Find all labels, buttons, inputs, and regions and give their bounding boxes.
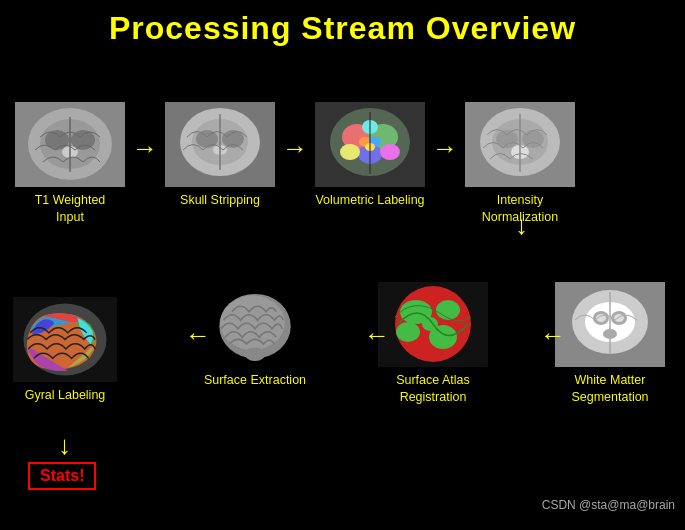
skull-node: Skull Stripping bbox=[165, 102, 275, 209]
atlas-label: Surface AtlasRegistration bbox=[396, 372, 470, 406]
norm-node: IntensityNormalization bbox=[465, 102, 575, 226]
gyral-node: Gyral Labeling bbox=[10, 297, 120, 404]
arrow-atlas-surf: ← bbox=[364, 322, 390, 348]
svg-point-46 bbox=[396, 322, 420, 342]
svg-point-10 bbox=[196, 130, 218, 148]
atlas-brain-image bbox=[378, 282, 488, 367]
svg-point-19 bbox=[340, 144, 360, 160]
vol-brain-image bbox=[315, 102, 425, 187]
skull-label: Skull Stripping bbox=[180, 192, 260, 209]
t1-brain-image bbox=[15, 102, 125, 187]
stats-section: Stats! bbox=[28, 462, 96, 490]
gyral-brain-image bbox=[10, 297, 120, 382]
t1-node: T1 WeightedInput bbox=[15, 102, 125, 226]
wm-label: White MatterSegmentation bbox=[571, 372, 648, 406]
norm-brain-image bbox=[465, 102, 575, 187]
arrow-norm-wm: ↓ bbox=[515, 212, 528, 238]
surf-label: Surface Extraction bbox=[204, 372, 306, 389]
watermark: CSDN @sta@ma@brain bbox=[542, 498, 675, 512]
arrow-gyral-stats: ↓ bbox=[58, 432, 71, 458]
atlas-node: Surface AtlasRegistration bbox=[378, 282, 488, 406]
surf-brain-image bbox=[200, 282, 310, 367]
svg-point-29 bbox=[496, 130, 518, 148]
svg-point-45 bbox=[436, 300, 460, 320]
skull-brain-image bbox=[165, 102, 275, 187]
wm-brain-image bbox=[555, 282, 665, 367]
surf-node: Surface Extraction bbox=[200, 282, 310, 389]
arrow-wm-atlas: ← bbox=[540, 322, 566, 348]
t1-label: T1 WeightedInput bbox=[35, 192, 106, 226]
wm-node: White MatterSegmentation bbox=[555, 282, 665, 406]
svg-rect-54 bbox=[249, 348, 261, 360]
diagram-layout: T1 WeightedInput → Skull Stripping → bbox=[0, 47, 685, 517]
vol-label: Volumetric Labeling bbox=[315, 192, 424, 209]
svg-point-20 bbox=[380, 144, 400, 160]
arrow-skull-vol: → bbox=[282, 135, 308, 161]
page-title: Processing Stream Overview bbox=[0, 0, 685, 47]
arrow-vol-norm: → bbox=[432, 135, 458, 161]
arrow-t1-skull: → bbox=[132, 135, 158, 161]
gyral-label: Gyral Labeling bbox=[25, 387, 106, 404]
arrow-surf-gyral: ← bbox=[185, 322, 211, 348]
vol-node: Volumetric Labeling bbox=[315, 102, 425, 209]
stats-button[interactable]: Stats! bbox=[28, 462, 96, 490]
